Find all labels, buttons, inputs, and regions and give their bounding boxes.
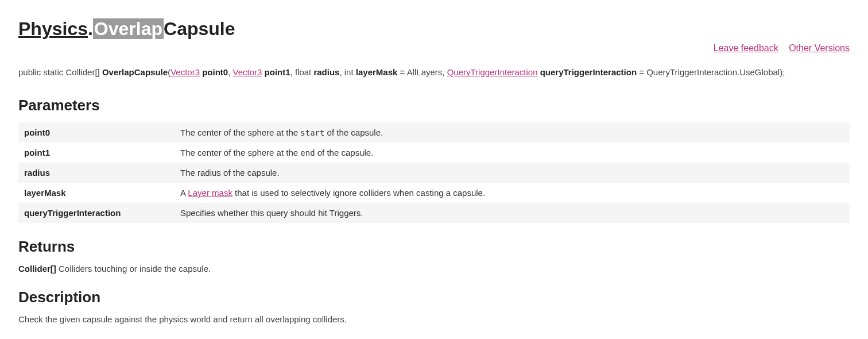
sig-sep1: , xyxy=(228,67,232,77)
param-name: radius xyxy=(18,163,175,183)
sig-def4: = AllLayers, xyxy=(397,67,447,77)
param-desc: The center of the sphere at the start of… xyxy=(175,122,850,142)
method-signature: public static Collider[] OverlapCapsule(… xyxy=(18,67,850,77)
param-desc-pre: The center of the sphere at the xyxy=(180,128,300,137)
sig-prefix: public static Collider[] xyxy=(18,67,102,77)
param-name: point0 xyxy=(18,122,175,142)
sig-param-radius: radius xyxy=(313,67,339,77)
param-desc-post: of the capsule. xyxy=(324,128,383,137)
sig-sep3: , int xyxy=(339,67,355,77)
sig-type-vector3-1[interactable]: Vector3 xyxy=(170,67,200,77)
table-row: queryTriggerInteraction Specifies whethe… xyxy=(18,203,850,223)
param-code: end xyxy=(300,148,315,157)
param-desc-post: of the capsule. xyxy=(315,148,374,157)
table-row: point0 The center of the sphere at the s… xyxy=(18,122,850,142)
parameters-table: point0 The center of the sphere at the s… xyxy=(18,122,850,223)
other-versions-link[interactable]: Other Versions xyxy=(789,43,850,53)
sig-param-layermask: layerMask xyxy=(356,67,398,77)
param-desc-pre: The radius of the capsule. xyxy=(180,168,280,178)
table-row: layerMask A Layer mask that is used to s… xyxy=(18,183,850,203)
sig-type-qti[interactable]: QueryTriggerInteraction xyxy=(447,67,538,77)
param-desc-pre: Specifies whether this query should hit … xyxy=(180,208,363,218)
table-row: radius The radius of the capsule. xyxy=(18,163,850,183)
sig-def5: = QueryTriggerInteraction.UseGlobal); xyxy=(637,67,785,77)
description-text: Check the given capsule against the phys… xyxy=(18,314,850,324)
param-desc-pre: The center of the sphere at the xyxy=(180,148,300,157)
sig-type-vector3-2[interactable]: Vector3 xyxy=(233,67,262,77)
param-name: queryTriggerInteraction xyxy=(18,203,175,223)
param-desc: The radius of the capsule. xyxy=(175,163,850,183)
returns-type: Collider[] xyxy=(18,264,56,273)
param-name: layerMask xyxy=(18,183,175,203)
returns-text: Colliders touching or inside the capsule… xyxy=(56,264,211,273)
param-desc: Specifies whether this query should hit … xyxy=(175,203,850,223)
param-desc-pre: A xyxy=(180,188,188,198)
class-link-physics[interactable]: Physics xyxy=(18,18,88,39)
param-name: point1 xyxy=(18,142,175,163)
param-desc: The center of the sphere at the end of t… xyxy=(175,142,850,163)
section-parameters: Parameters xyxy=(18,97,850,114)
param-desc-post: that is used to selectively ignore colli… xyxy=(232,188,485,198)
sig-param-qti: queryTriggerInteraction xyxy=(538,67,637,77)
param-desc: A Layer mask that is used to selectively… xyxy=(175,183,850,203)
title-suffix: Capsule xyxy=(164,18,235,39)
section-description: Description xyxy=(18,288,850,306)
returns-line: Collider[] Colliders touching or inside … xyxy=(18,264,850,273)
param-code: start xyxy=(300,128,324,137)
layer-mask-link[interactable]: Layer mask xyxy=(188,188,232,198)
leave-feedback-link[interactable]: Leave feedback xyxy=(714,43,778,53)
sig-param-point0: point0 xyxy=(200,67,228,77)
table-row: point1 The center of the sphere at the e… xyxy=(18,142,850,163)
title-highlight: Overlap xyxy=(93,18,164,39)
page-title: Physics.OverlapCapsule xyxy=(18,18,850,40)
sig-param-point1: point1 xyxy=(262,67,290,77)
sig-method: OverlapCapsule xyxy=(102,67,168,77)
title-dot: . xyxy=(88,18,93,39)
top-links: Leave feedback Other Versions xyxy=(18,43,850,53)
section-returns: Returns xyxy=(18,238,850,256)
sig-sep2: , float xyxy=(290,67,314,77)
